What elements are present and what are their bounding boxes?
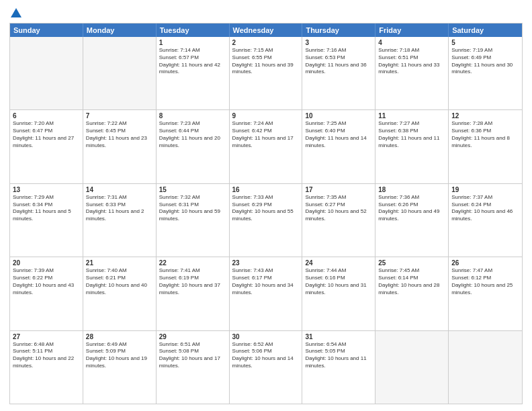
cal-cell: 13Sunrise: 7:29 AM Sunset: 6:34 PM Dayli… — [10, 184, 83, 257]
cell-text: Sunrise: 6:49 AM Sunset: 5:09 PM Dayligh… — [86, 341, 153, 370]
cal-cell: 6Sunrise: 7:20 AM Sunset: 6:47 PM Daylig… — [10, 110, 83, 183]
cell-text: Sunrise: 7:36 AM Sunset: 6:26 PM Dayligh… — [378, 194, 445, 223]
day-number: 2 — [232, 39, 300, 46]
day-number: 27 — [13, 333, 80, 340]
cell-text: Sunrise: 7:44 AM Sunset: 6:16 PM Dayligh… — [305, 267, 372, 296]
cell-text: Sunrise: 7:29 AM Sunset: 6:34 PM Dayligh… — [13, 194, 80, 223]
day-number: 29 — [159, 333, 226, 340]
day-number: 30 — [232, 333, 300, 340]
cal-cell: 15Sunrise: 7:32 AM Sunset: 6:31 PM Dayli… — [157, 184, 230, 257]
cal-cell: 8Sunrise: 7:23 AM Sunset: 6:44 PM Daylig… — [157, 110, 230, 183]
cell-text: Sunrise: 7:47 AM Sunset: 6:12 PM Dayligh… — [451, 267, 519, 296]
day-number: 12 — [451, 112, 519, 120]
cell-text: Sunrise: 6:54 AM Sunset: 5:05 PM Dayligh… — [305, 341, 372, 370]
cal-cell: 10Sunrise: 7:25 AM Sunset: 6:40 PM Dayli… — [302, 110, 375, 183]
day-number: 7 — [86, 112, 153, 120]
cal-cell: 2Sunrise: 7:15 AM Sunset: 6:55 PM Daylig… — [230, 37, 303, 109]
cal-cell: 29Sunrise: 6:51 AM Sunset: 5:08 PM Dayli… — [157, 331, 230, 404]
day-number: 23 — [232, 259, 300, 267]
day-number: 5 — [451, 39, 519, 46]
cal-cell: 24Sunrise: 7:44 AM Sunset: 6:16 PM Dayli… — [302, 257, 375, 330]
day-number: 10 — [305, 112, 372, 120]
cell-text: Sunrise: 7:40 AM Sunset: 6:21 PM Dayligh… — [86, 267, 153, 296]
cell-text: Sunrise: 6:48 AM Sunset: 5:11 PM Dayligh… — [13, 341, 80, 370]
calendar: SundayMondayTuesdayWednesdayThursdayFrid… — [9, 23, 523, 404]
day-number: 9 — [232, 112, 300, 120]
cell-text: Sunrise: 7:45 AM Sunset: 6:14 PM Dayligh… — [378, 267, 445, 296]
day-number: 21 — [86, 259, 153, 267]
cal-header-cell: Wednesday — [230, 24, 303, 37]
cal-cell: 1Sunrise: 7:14 AM Sunset: 6:57 PM Daylig… — [157, 37, 230, 109]
day-number: 17 — [305, 186, 372, 193]
cal-cell: 4Sunrise: 7:18 AM Sunset: 6:51 PM Daylig… — [375, 37, 449, 109]
day-number: 19 — [451, 186, 519, 193]
cal-row: 1Sunrise: 7:14 AM Sunset: 6:57 PM Daylig… — [10, 37, 522, 110]
cal-cell: 19Sunrise: 7:37 AM Sunset: 6:24 PM Dayli… — [449, 184, 522, 257]
calendar-header: SundayMondayTuesdayWednesdayThursdayFrid… — [10, 24, 522, 37]
cell-text: Sunrise: 7:23 AM Sunset: 6:44 PM Dayligh… — [159, 120, 226, 149]
cell-text: Sunrise: 7:33 AM Sunset: 6:29 PM Dayligh… — [232, 194, 300, 223]
cal-cell: 31Sunrise: 6:54 AM Sunset: 5:05 PM Dayli… — [302, 331, 375, 404]
cal-header-cell: Saturday — [449, 24, 522, 37]
cal-cell — [83, 37, 157, 109]
day-number: 31 — [305, 333, 372, 340]
calendar-body: 1Sunrise: 7:14 AM Sunset: 6:57 PM Daylig… — [10, 37, 522, 404]
cal-cell: 12Sunrise: 7:28 AM Sunset: 6:36 PM Dayli… — [449, 110, 522, 183]
cal-header-cell: Thursday — [302, 24, 375, 37]
cal-cell — [449, 331, 522, 404]
day-number: 13 — [13, 186, 80, 193]
day-number: 18 — [378, 186, 445, 193]
cell-text: Sunrise: 7:22 AM Sunset: 6:45 PM Dayligh… — [86, 120, 153, 149]
cell-text: Sunrise: 7:14 AM Sunset: 6:57 PM Dayligh… — [159, 47, 226, 76]
cal-row: 13Sunrise: 7:29 AM Sunset: 6:34 PM Dayli… — [10, 184, 522, 257]
page: SundayMondayTuesdayWednesdayThursdayFrid… — [0, 0, 532, 411]
day-number: 14 — [86, 186, 153, 193]
cell-text: Sunrise: 7:35 AM Sunset: 6:27 PM Dayligh… — [305, 194, 372, 223]
cal-row: 27Sunrise: 6:48 AM Sunset: 5:11 PM Dayli… — [10, 331, 522, 404]
cell-text: Sunrise: 6:52 AM Sunset: 5:06 PM Dayligh… — [232, 341, 300, 370]
day-number: 15 — [159, 186, 226, 193]
cell-text: Sunrise: 7:15 AM Sunset: 6:55 PM Dayligh… — [232, 47, 300, 76]
cell-text: Sunrise: 7:25 AM Sunset: 6:40 PM Dayligh… — [305, 120, 372, 149]
day-number: 24 — [305, 259, 372, 267]
cell-text: Sunrise: 7:43 AM Sunset: 6:17 PM Dayligh… — [232, 267, 300, 296]
cal-cell: 21Sunrise: 7:40 AM Sunset: 6:21 PM Dayli… — [83, 257, 157, 330]
cell-text: Sunrise: 7:19 AM Sunset: 6:49 PM Dayligh… — [451, 47, 519, 76]
day-number: 28 — [86, 333, 153, 340]
cal-cell: 30Sunrise: 6:52 AM Sunset: 5:06 PM Dayli… — [230, 331, 303, 404]
cal-cell: 26Sunrise: 7:47 AM Sunset: 6:12 PM Dayli… — [449, 257, 522, 330]
day-number: 3 — [305, 39, 372, 46]
cell-text: Sunrise: 7:18 AM Sunset: 6:51 PM Dayligh… — [378, 47, 445, 76]
cal-header-cell: Tuesday — [157, 24, 230, 37]
cal-cell: 3Sunrise: 7:16 AM Sunset: 6:53 PM Daylig… — [302, 37, 375, 109]
cal-cell: 22Sunrise: 7:41 AM Sunset: 6:19 PM Dayli… — [157, 257, 230, 330]
logo-triangle-icon — [11, 8, 21, 17]
cal-cell: 28Sunrise: 6:49 AM Sunset: 5:09 PM Dayli… — [83, 331, 157, 404]
cal-header-cell: Monday — [83, 24, 157, 37]
cal-cell: 27Sunrise: 6:48 AM Sunset: 5:11 PM Dayli… — [10, 331, 83, 404]
cal-row: 6Sunrise: 7:20 AM Sunset: 6:47 PM Daylig… — [10, 110, 522, 183]
cal-cell: 7Sunrise: 7:22 AM Sunset: 6:45 PM Daylig… — [83, 110, 157, 183]
day-number: 20 — [13, 259, 80, 267]
day-number: 22 — [159, 259, 226, 267]
cal-cell — [375, 331, 449, 404]
cell-text: Sunrise: 7:27 AM Sunset: 6:38 PM Dayligh… — [378, 120, 445, 149]
cal-cell: 23Sunrise: 7:43 AM Sunset: 6:17 PM Dayli… — [230, 257, 303, 330]
cal-cell: 18Sunrise: 7:36 AM Sunset: 6:26 PM Dayli… — [375, 184, 449, 257]
cell-text: Sunrise: 6:51 AM Sunset: 5:08 PM Dayligh… — [159, 341, 226, 370]
cal-cell: 14Sunrise: 7:31 AM Sunset: 6:33 PM Dayli… — [83, 184, 157, 257]
day-number: 11 — [378, 112, 445, 120]
cal-cell: 20Sunrise: 7:39 AM Sunset: 6:22 PM Dayli… — [10, 257, 83, 330]
cal-cell: 5Sunrise: 7:19 AM Sunset: 6:49 PM Daylig… — [449, 37, 522, 109]
cal-header-cell: Friday — [375, 24, 449, 37]
day-number: 16 — [232, 186, 300, 193]
cell-text: Sunrise: 7:31 AM Sunset: 6:33 PM Dayligh… — [86, 194, 153, 223]
cal-cell: 25Sunrise: 7:45 AM Sunset: 6:14 PM Dayli… — [375, 257, 449, 330]
logo — [9, 8, 21, 19]
cell-text: Sunrise: 7:32 AM Sunset: 6:31 PM Dayligh… — [159, 194, 226, 223]
cal-cell: 17Sunrise: 7:35 AM Sunset: 6:27 PM Dayli… — [302, 184, 375, 257]
cell-text: Sunrise: 7:28 AM Sunset: 6:36 PM Dayligh… — [451, 120, 519, 149]
cell-text: Sunrise: 7:20 AM Sunset: 6:47 PM Dayligh… — [13, 120, 80, 149]
cell-text: Sunrise: 7:37 AM Sunset: 6:24 PM Dayligh… — [451, 194, 519, 223]
cell-text: Sunrise: 7:41 AM Sunset: 6:19 PM Dayligh… — [159, 267, 226, 296]
